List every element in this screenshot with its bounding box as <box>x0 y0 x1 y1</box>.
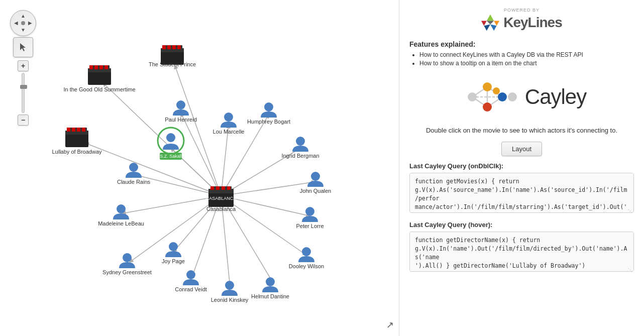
svg-rect-38 <box>94 65 98 69</box>
node-peter-lorre[interactable]: Peter Lorre <box>296 207 324 229</box>
node-student-prince[interactable]: The Student Prince <box>149 45 196 67</box>
svg-rect-31 <box>167 45 171 49</box>
svg-rect-23 <box>216 186 220 190</box>
node-lullaby[interactable]: Lullaby of Broadway <box>52 128 102 155</box>
paul-henreid-label: Paul Henreid <box>165 117 197 123</box>
zoom-slider[interactable] <box>22 73 25 113</box>
hover-query-title: Last Cayley Query (hover): <box>409 221 634 229</box>
arrow-icon: ↙ <box>386 320 394 331</box>
cursor-tool[interactable] <box>13 37 33 57</box>
description: Double click on the movie to see to whic… <box>409 126 634 136</box>
node-good-old-summertime[interactable]: In the Good Old Summertime <box>63 65 135 92</box>
sydney-greenstreet-label: Sydney Greenstreet <box>102 269 152 275</box>
node-sydney-greenstreet[interactable]: Sydney Greenstreet <box>102 253 152 275</box>
john-qualen-label: John Qualen <box>300 188 331 194</box>
casablanca-label: Casablanca <box>206 206 236 212</box>
ingrid-bergman-label: Ingrid Bergman <box>281 153 319 159</box>
graph-panel[interactable]: ▲ ◀ ▶ ▼ + − <box>0 0 399 336</box>
pan-down-arrow: ▼ <box>21 28 26 33</box>
node-paul-henreid[interactable]: Paul Henreid <box>165 100 197 123</box>
layout-button[interactable]: Layout <box>501 142 542 156</box>
svg-point-61 <box>169 242 178 251</box>
zoom-in-button[interactable]: + <box>18 60 29 71</box>
svg-marker-70 <box>481 21 487 26</box>
powered-by-text: POWERED BY <box>409 8 634 13</box>
svg-rect-47 <box>82 128 85 132</box>
zoom-out-button[interactable]: − <box>18 115 29 126</box>
hover-resize-handle[interactable]: ⋱ <box>628 268 633 273</box>
keylines-text: KeyLines <box>503 15 562 31</box>
hover-query-box[interactable] <box>409 232 634 272</box>
dblclk-query-title: Last Cayley Query (onDblClk): <box>409 162 634 170</box>
cayley-graph-icon <box>457 77 517 117</box>
svg-marker-66 <box>487 15 494 21</box>
pan-up-arrow: ▲ <box>21 14 26 19</box>
node-humphrey-bogart[interactable]: Humphrey Bogart <box>247 102 290 125</box>
humphrey-bogart-label: Humphrey Bogart <box>247 119 290 125</box>
node-claude-rains[interactable]: Claude Rains <box>117 163 151 185</box>
dblclk-query-section: Last Cayley Query (onDblClk): ⋱ <box>409 162 634 215</box>
zoom-slider-handle <box>20 85 27 89</box>
node-helmut-dantine[interactable]: Helmut Dantine <box>251 277 289 299</box>
graph-svg[interactable]: CASABLANCA Casablanca The Student Prince… <box>0 0 399 336</box>
svg-point-78 <box>468 92 477 101</box>
svg-point-59 <box>266 277 275 286</box>
node-sz-sakall[interactable]: S.Z. Sakall <box>158 128 184 160</box>
svg-rect-25 <box>227 186 231 190</box>
svg-point-60 <box>225 281 234 290</box>
madeleine-lebeau-label: Madeleine LeBeau <box>98 220 144 227</box>
svg-rect-45 <box>72 128 75 132</box>
features-title: Features explained: <box>409 40 634 48</box>
svg-point-65 <box>186 270 195 279</box>
graph-edges <box>85 65 315 287</box>
svg-rect-40 <box>104 65 108 69</box>
hover-query-section: Last Cayley Query (hover): ⋱ <box>409 221 634 274</box>
good-old-summertime-label: In the Good Old Summertime <box>63 86 135 92</box>
svg-text:CASABLANCA: CASABLANCA <box>206 196 237 201</box>
svg-rect-46 <box>77 128 80 132</box>
svg-point-82 <box>493 87 500 94</box>
svg-point-62 <box>123 253 132 262</box>
node-lou-marcelle[interactable]: Lou Marcelle <box>213 113 245 135</box>
zoom-controls: + − <box>18 60 29 126</box>
feature-item-2: How to show a tooltip on a item on the c… <box>419 60 634 67</box>
pan-left-arrow: ◀ <box>14 21 18 26</box>
svg-marker-71 <box>487 21 494 24</box>
node-ingrid-bergman[interactable]: Ingrid Bergman <box>281 137 319 159</box>
svg-rect-22 <box>210 186 214 190</box>
node-madeleine-lebeau[interactable]: Madeleine LeBeau <box>98 204 144 227</box>
svg-rect-44 <box>67 128 70 132</box>
svg-point-53 <box>224 113 233 122</box>
svg-rect-30 <box>162 45 166 49</box>
svg-rect-32 <box>172 45 176 49</box>
node-joy-page[interactable]: Joy Page <box>162 242 185 264</box>
svg-point-55 <box>296 137 305 146</box>
svg-point-49 <box>166 133 175 142</box>
pan-center <box>21 21 25 25</box>
node-john-qualen[interactable]: John Qualen <box>300 172 331 194</box>
node-casablanca[interactable]: CASABLANCA Casablanca <box>206 186 237 212</box>
joy-page-label: Joy Page <box>162 258 185 264</box>
svg-point-63 <box>117 204 126 213</box>
dblclk-query-box[interactable] <box>409 173 634 213</box>
svg-line-17 <box>135 175 221 196</box>
svg-point-64 <box>129 163 138 172</box>
node-conrad-veidt[interactable]: Conrad Veidt <box>175 270 207 292</box>
node-leonid-kinskey[interactable]: Leonid Kinskey <box>211 281 249 303</box>
svg-marker-69 <box>484 25 491 31</box>
feature-item-1: How to connect KeyLines with a Cayley DB… <box>419 51 634 58</box>
pan-control[interactable]: ▲ ◀ ▶ ▼ <box>10 10 36 36</box>
svg-line-3 <box>85 143 221 196</box>
svg-rect-39 <box>99 65 103 69</box>
svg-point-58 <box>302 247 311 256</box>
lullaby-label: Lullaby of Broadway <box>52 149 102 155</box>
node-dooley-wilson[interactable]: Dooley Wilson <box>289 247 324 269</box>
conrad-veidt-label: Conrad Veidt <box>175 286 207 292</box>
helmut-dantine-label: Helmut Dantine <box>251 293 289 299</box>
svg-point-54 <box>264 102 273 111</box>
peter-lorre-label: Peter Lorre <box>296 223 324 229</box>
features-section: Features explained: How to connect KeyLi… <box>409 40 634 68</box>
svg-point-81 <box>498 92 507 101</box>
svg-marker-0 <box>20 43 26 51</box>
dblclk-resize-handle[interactable]: ⋱ <box>628 209 633 214</box>
